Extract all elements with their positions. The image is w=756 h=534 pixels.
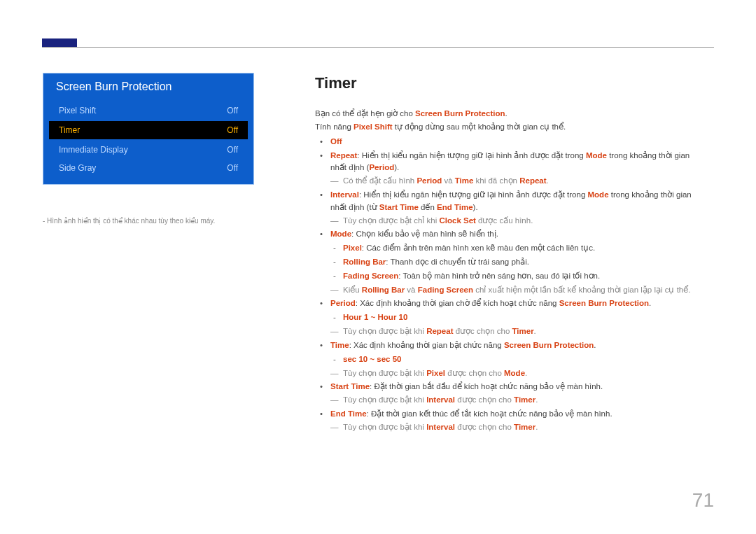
bullet-period: Period: Xác định khoảng thời gian chờ để… [330,297,707,338]
text: . [536,395,538,404]
bullet-time: Time: Xác định khoảng thời gian bật chức… [330,339,707,380]
hl-mode: Mode [330,230,351,238]
bullet-interval: Interval: Hiển thị kiểu ngăn hiện tượng … [330,188,707,227]
note: Tùy chọn được bật khi Interval được chọn… [330,421,707,434]
hl-start-time: Start Time [379,203,419,211]
hl-timer: Timer [512,327,534,335]
hl-mode: Mode [504,369,525,377]
sub-hour-range: Hour 1 ~ Hour 10 [343,311,707,325]
text: Tùy chọn được bật khi [343,395,426,404]
header-accent [42,38,77,47]
hl-off: Off [330,137,342,146]
text: chỉ xuất hiện một lần bất kể khoảng thời… [473,286,690,294]
text: : Các điểm ảnh trên màn hình xen kẽ màu … [362,244,595,252]
hl-repeat: Repeat [426,327,453,335]
osd-menu-item-pixel-shift[interactable]: Pixel Shift Off [49,101,248,120]
text: Bạn có thể đặt hẹn giờ cho [315,109,415,118]
hl-pixel: Pixel [426,369,445,377]
hl-timer: Timer [514,423,536,431]
hl-fading-screen: Fading Screen [343,272,398,280]
sub-rolling-bar: Rolling Bar: Thanh dọc di chuyển từ trái… [343,255,707,269]
hl-repeat: Repeat [330,151,357,160]
hl-screen-burn: Screen Burn Protection [559,299,649,307]
osd-item-label: Timer [59,125,80,135]
text: Tính năng [315,122,354,131]
hl-pixel-shift: Pixel Shift [354,122,393,131]
text: được chọn cho [455,423,514,431]
osd-menu-item-timer[interactable]: Timer Off [49,121,248,139]
sub-list: Pixel: Các điểm ảnh trên màn hình xen kẽ… [330,241,707,283]
text: . [536,423,538,431]
text: ). [394,163,399,171]
osd-item-value: Off [227,163,238,173]
text: Kiểu [343,286,362,294]
sub-list: Hour 1 ~ Hour 10 [330,311,707,325]
hl-screen-burn: Screen Burn Protection [504,341,594,349]
hl-screen-burn: Screen Burn Protection [415,109,505,118]
note: Tùy chọn được bật chỉ khi Clock Set được… [330,215,707,227]
hl-period: Period [330,299,356,307]
hl-interval: Interval [330,190,359,199]
text: : Toàn bộ màn hình trở nên sáng hơn, sau… [398,272,600,280]
bullet-mode: Mode: Chọn kiểu bảo vệ màn hình sẽ hiển … [330,227,707,297]
intro-line-1: Bạn có thể đặt hẹn giờ cho Screen Burn P… [315,108,707,120]
note: Có thể đặt cấu hình Period và Time khi đ… [330,175,707,188]
note: Tùy chọn được bật khi Interval được chọn… [330,394,707,407]
hl-pixel: Pixel [343,244,362,252]
text: Tùy chọn được bật khi [343,423,426,431]
text: Tùy chọn được bật khi [343,369,426,377]
intro-line-2: Tính năng Pixel Shift tự động dừng sau m… [315,121,707,134]
text: Tùy chọn được bật khi [343,327,426,335]
sub-fading-screen: Fading Screen: Toàn bộ màn hình trở nên … [343,269,707,283]
text: được chọn cho [455,395,514,404]
sub-sec-range: sec 10 ~ sec 50 [343,353,707,367]
hl-interval: Interval [426,423,455,431]
text: Có thể đặt cấu hình [343,176,416,185]
text: được chọn cho [445,369,504,377]
text: : Đặt thời gian bắt đầu để kích hoạt chứ… [370,382,603,391]
text: và [442,176,455,185]
text: . [525,369,527,377]
osd-menu-item-side-gray[interactable]: Side Gray Off [49,159,248,177]
osd-menu-panel: Screen Burn Protection Pixel Shift Off T… [43,73,254,185]
hl-mode: Mode [586,151,607,160]
text: . [534,327,536,335]
osd-item-label: Immediate Display [59,145,128,155]
bullet-end-time: End Time: Đặt thời gian kết thúc để tắt … [330,407,707,435]
note: Tùy chọn được bật khi Repeat được chọn c… [330,325,707,338]
osd-item-label: Side Gray [59,163,96,173]
section-heading: Timer [315,71,707,95]
hl-mode: Mode [588,190,609,199]
text: được cấu hình. [476,216,533,225]
hl-end-time: End Time [330,409,367,418]
text: : Xác định khoảng thời gian bật chức năn… [349,341,504,349]
osd-menu-body: Pixel Shift Off Timer Off Immediate Disp… [43,101,253,184]
osd-menu-item-immediate-display[interactable]: Immediate Display Off [49,141,248,159]
text: khi đã chọn [473,176,519,185]
text: đến [419,203,437,211]
hl-sec-range: sec 10 ~ sec 50 [343,355,401,363]
hl-end-time: End Time [437,203,473,211]
text: : Đặt thời gian kết thúc để tắt kích hoạ… [367,409,612,418]
hl-time: Time [330,341,349,349]
text: : Thanh dọc di chuyển từ trái sang phải. [386,258,529,266]
note: Tùy chọn được bật khi Pixel được chọn ch… [330,367,707,380]
hl-period: Period [369,163,394,171]
hl-timer: Timer [514,395,536,404]
osd-item-label: Pixel Shift [59,106,96,115]
osd-item-value: Off [227,145,238,155]
text: tự động dừng sau một khoảng thời gian cụ… [393,122,566,131]
text: . [547,176,549,185]
hl-rolling-bar: Rolling Bar [343,258,386,266]
text: Tùy chọn được bật chỉ khi [343,216,439,225]
note: Kiểu Rolling Bar và Fading Screen chỉ xu… [330,284,707,297]
hl-time: Time [455,176,474,185]
text: : Chọn kiểu bảo vệ màn hình sẽ hiển thị. [351,230,498,238]
text: ). [473,203,478,211]
hl-start-time: Start Time [330,382,370,391]
sub-list: sec 10 ~ sec 50 [330,353,707,367]
hl-hour-range: Hour 1 ~ Hour 10 [343,313,407,321]
text: : Hiển thị kiểu ngăn hiện tượng giữ lại … [357,151,586,160]
hl-rolling-bar: Rolling Bar [362,286,405,294]
osd-item-value: Off [227,125,238,135]
